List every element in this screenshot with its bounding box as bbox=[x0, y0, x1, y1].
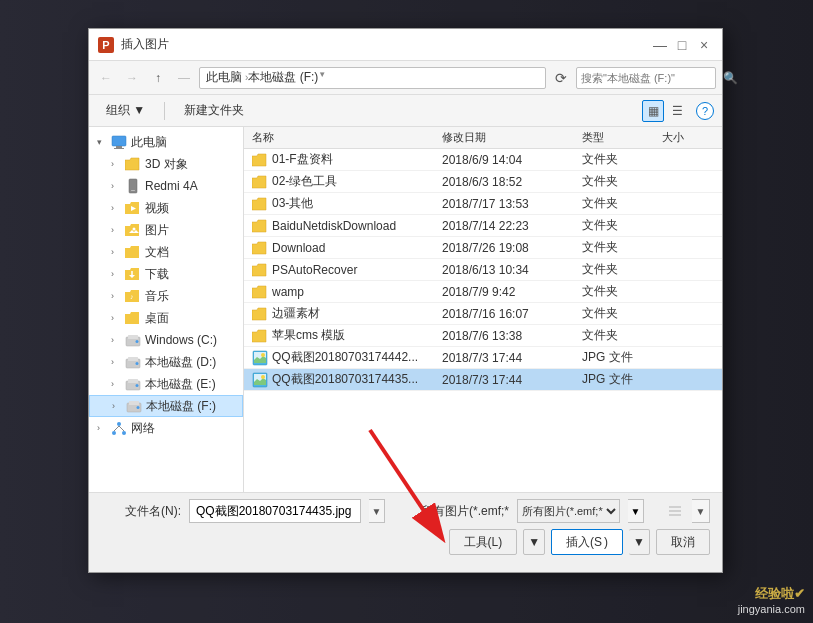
path-segment-drive: 本地磁盘 (F:) bbox=[248, 69, 318, 86]
sidebar-item-music[interactable]: › ♪ 音乐 bbox=[89, 285, 243, 307]
folder-icon bbox=[252, 175, 268, 189]
sidebar: ▾ 此电脑 › 3D 对象 › bbox=[89, 127, 244, 492]
file-row[interactable]: QQ截图20180703174435... 2018/7/3 17:44 JPG… bbox=[244, 369, 722, 391]
new-folder-button[interactable]: 新建文件夹 bbox=[175, 99, 253, 123]
folder-doc-icon bbox=[125, 244, 141, 260]
svg-point-37 bbox=[261, 375, 265, 379]
watermark-bottom-line: jingyania.com bbox=[738, 603, 805, 615]
svg-point-18 bbox=[136, 362, 139, 365]
filetype-select[interactable]: 所有图片(*.emf;* bbox=[517, 499, 620, 523]
col-size-header[interactable]: 大小 bbox=[658, 127, 718, 148]
help-button[interactable]: ? bbox=[696, 102, 714, 120]
tools-button[interactable]: 工具(L) bbox=[449, 529, 518, 555]
sidebar-label-music: 音乐 bbox=[145, 288, 243, 305]
cancel-button[interactable]: 取消 bbox=[656, 529, 710, 555]
sidebar-item-this-pc[interactable]: ▾ 此电脑 bbox=[89, 131, 243, 153]
sidebar-item-pictures[interactable]: › 图片 bbox=[89, 219, 243, 241]
tools-dropdown-button[interactable]: ▼ bbox=[523, 529, 545, 555]
sidebar-item-local-d[interactable]: › 本地磁盘 (D:) bbox=[89, 351, 243, 373]
col-modified-header[interactable]: 修改日期 bbox=[438, 127, 578, 148]
folder-icon bbox=[252, 241, 268, 255]
search-input[interactable] bbox=[581, 72, 719, 84]
file-row[interactable]: QQ截图20180703174442... 2018/7/3 17:44 JPG… bbox=[244, 347, 722, 369]
file-type-cell: 文件夹 bbox=[578, 283, 658, 300]
back-button[interactable]: ← bbox=[95, 67, 117, 89]
svg-point-27 bbox=[122, 431, 126, 435]
maximize-button[interactable]: □ bbox=[672, 35, 692, 55]
sidebar-arrow-local-f: › bbox=[112, 401, 122, 411]
filename-dropdown-button[interactable]: ▼ bbox=[369, 499, 385, 523]
sidebar-label-3d-objects: 3D 对象 bbox=[145, 156, 243, 173]
close-button[interactable]: × bbox=[694, 35, 714, 55]
filename-input[interactable] bbox=[189, 499, 361, 523]
minimize-button[interactable]: — bbox=[650, 35, 670, 55]
col-name-header[interactable]: 名称 bbox=[248, 127, 438, 148]
sidebar-item-local-f[interactable]: › 本地磁盘 (F:) bbox=[89, 395, 243, 417]
watermark-top-line: 经验啦✔ bbox=[755, 585, 805, 603]
dialog-app-icon: P bbox=[97, 36, 115, 54]
address-path[interactable]: 此电脑 › 本地磁盘 (F:) ▼ bbox=[199, 67, 546, 89]
view-buttons: ▦ ☰ bbox=[642, 100, 688, 122]
tools-label: 工具(L) bbox=[464, 534, 503, 551]
filename-label: 文件名(N): bbox=[101, 503, 181, 520]
svg-rect-3 bbox=[116, 146, 122, 148]
sidebar-item-redmi[interactable]: › Redmi 4A bbox=[89, 175, 243, 197]
forward-button[interactable]: → bbox=[121, 67, 143, 89]
sidebar-arrow-downloads: › bbox=[111, 269, 121, 279]
file-name: 01-F盘资料 bbox=[272, 151, 333, 168]
file-name-cell: 03-其他 bbox=[248, 195, 438, 212]
search-button[interactable]: 🔍 bbox=[723, 70, 738, 86]
sidebar-item-win-c[interactable]: › Windows (C:) bbox=[89, 329, 243, 351]
up-button[interactable]: ↑ bbox=[147, 67, 169, 89]
insert-button[interactable]: 插入(S) bbox=[551, 529, 623, 555]
sidebar-item-documents[interactable]: › 文档 bbox=[89, 241, 243, 263]
watermark: 经验啦✔ jingyania.com bbox=[738, 585, 805, 615]
file-type-cell: 文件夹 bbox=[578, 195, 658, 212]
file-name: Download bbox=[272, 241, 325, 255]
file-row[interactable]: BaiduNetdiskDownload 2018/7/14 22:23 文件夹 bbox=[244, 215, 722, 237]
sidebar-item-3d-objects[interactable]: › 3D 对象 bbox=[89, 153, 243, 175]
file-name-cell: BaiduNetdiskDownload bbox=[248, 219, 438, 233]
sidebar-item-downloads[interactable]: › 下载 bbox=[89, 263, 243, 285]
computer-icon bbox=[111, 134, 127, 150]
path-segment-computer: 此电脑 › bbox=[206, 69, 248, 86]
folder-icon bbox=[252, 219, 268, 233]
view-grid-button[interactable]: ▦ bbox=[642, 100, 664, 122]
file-row[interactable]: 02-绿色工具 2018/6/3 18:52 文件夹 bbox=[244, 171, 722, 193]
insert-dropdown-button[interactable]: ▼ bbox=[629, 529, 650, 555]
sidebar-arrow-local-e: › bbox=[111, 379, 121, 389]
sidebar-item-desktop[interactable]: › 桌面 bbox=[89, 307, 243, 329]
sort-icon bbox=[666, 502, 684, 520]
file-modified-cell: 2018/7/14 22:23 bbox=[438, 219, 578, 233]
file-row[interactable]: 边疆素材 2018/7/16 16:07 文件夹 bbox=[244, 303, 722, 325]
filename-row: 文件名(N): ▼ 所有图片(*.emf;* 所有图片(*.emf;* ▼ ▼ bbox=[101, 499, 710, 523]
file-modified-cell: 2018/7/3 17:44 bbox=[438, 351, 578, 365]
path-dropdown-button[interactable]: ▼ bbox=[318, 70, 334, 86]
sidebar-item-local-e[interactable]: › 本地磁盘 (E:) bbox=[89, 373, 243, 395]
file-name-cell: 01-F盘资料 bbox=[248, 151, 438, 168]
view-list-button[interactable]: ☰ bbox=[666, 100, 688, 122]
refresh-button[interactable]: ⟳ bbox=[550, 67, 572, 89]
organize-button[interactable]: 组织 ▼ bbox=[97, 99, 154, 123]
file-row[interactable]: 03-其他 2018/7/17 13:53 文件夹 bbox=[244, 193, 722, 215]
file-row[interactable]: Download 2018/7/26 19:08 文件夹 bbox=[244, 237, 722, 259]
drive-f-icon bbox=[126, 398, 142, 414]
file-row[interactable]: 01-F盘资料 2018/6/9 14:04 文件夹 bbox=[244, 149, 722, 171]
bottom-bar: 文件名(N): ▼ 所有图片(*.emf;* 所有图片(*.emf;* ▼ ▼ … bbox=[89, 492, 722, 572]
main-content: ▾ 此电脑 › 3D 对象 › bbox=[89, 127, 722, 492]
insert-label: 插入(S bbox=[566, 534, 602, 551]
folder-icon bbox=[252, 153, 268, 167]
svg-text:♪: ♪ bbox=[130, 293, 134, 300]
file-row[interactable]: PSAutoRecover 2018/6/13 10:34 文件夹 bbox=[244, 259, 722, 281]
svg-rect-14 bbox=[128, 335, 138, 339]
svg-point-24 bbox=[137, 406, 140, 409]
filetype-dropdown-button[interactable]: ▼ bbox=[628, 499, 644, 523]
file-row[interactable]: wamp 2018/7/9 9:42 文件夹 bbox=[244, 281, 722, 303]
col-type-header[interactable]: 类型 bbox=[578, 127, 658, 148]
svg-point-25 bbox=[117, 422, 121, 426]
sidebar-item-videos[interactable]: › 视频 bbox=[89, 197, 243, 219]
file-row[interactable]: 苹果cms 模版 2018/7/6 13:38 文件夹 bbox=[244, 325, 722, 347]
sort-dropdown-button[interactable]: ▼ bbox=[692, 499, 710, 523]
file-name-cell: 边疆素材 bbox=[248, 305, 438, 322]
sidebar-item-network[interactable]: › 网络 bbox=[89, 417, 243, 439]
